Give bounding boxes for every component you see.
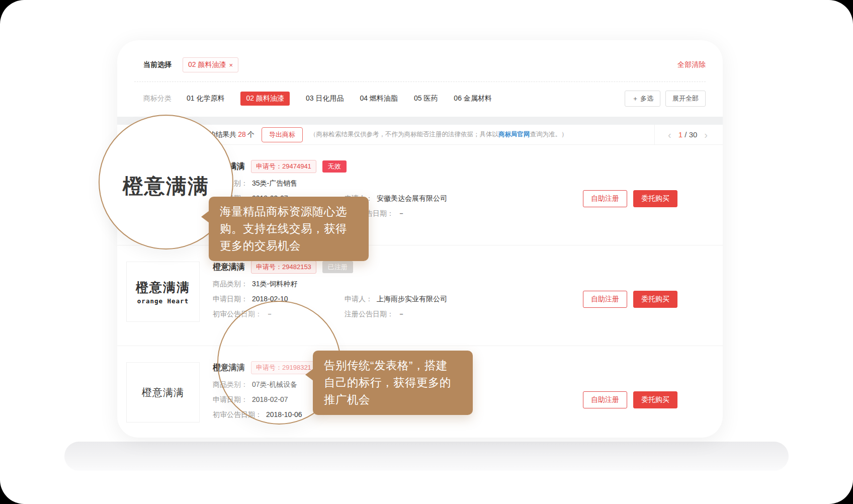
clear-all-link[interactable]: 全部清除 — [677, 60, 706, 69]
category-row: 商标分类 01 化学原料 02 颜料油漆 03 日化用品 04 燃料油脂 05 … — [134, 82, 706, 117]
page-background: 当前选择 02 颜料油漆 × 全部清除 商标分类 01 化学原料 02 颜料油漆… — [0, 0, 853, 504]
multi-select-button[interactable]: ＋ 多选 — [625, 91, 660, 107]
page-separator: / — [685, 130, 687, 139]
category-label: 商标分类 — [143, 94, 172, 103]
status-badge-registered: 已注册 — [322, 261, 353, 273]
callout-bubble-2: 告别传统“发表格”，搭建 自己的标行，获得更多的 推广机会 — [313, 351, 473, 415]
result-row-2: 橙意满满 orange Heart 橙意满满 申请号：29482153 已注册 … — [117, 245, 723, 346]
summary-count: 28 — [238, 130, 246, 138]
self-register-button[interactable]: 自助注册 — [583, 291, 627, 308]
trademark-name: 橙意满满 — [213, 262, 245, 273]
prev-page-icon[interactable]: ‹ — [668, 130, 671, 140]
summary-suffix: 个 — [247, 130, 254, 138]
note-post: 查询为准。） — [530, 131, 567, 138]
category-item-02-selected[interactable]: 02 颜料油漆 — [240, 92, 289, 106]
self-register-button[interactable]: 自助注册 — [583, 391, 627, 408]
self-register-button[interactable]: 自助注册 — [583, 190, 627, 207]
registration-publication-value: － — [398, 209, 405, 218]
category-item-04[interactable]: 04 燃料油脂 — [360, 92, 397, 106]
remove-tag-icon[interactable]: × — [229, 61, 233, 69]
trademark-image-2: 橙意满满 orange Heart — [126, 262, 200, 322]
trademark-image-subtext: orange Heart — [137, 297, 189, 305]
registration-publication-label: 注册公告日期： — [345, 310, 394, 319]
status-badge-invalid: 无效 — [322, 160, 347, 173]
current-selection-row: 当前选择 02 颜料油漆 × 全部清除 — [134, 53, 706, 82]
page-indicator: 1 / 30 — [678, 130, 698, 139]
application-number-tag: 申请号：29474941 — [251, 160, 316, 173]
registration-publication-value: － — [398, 310, 405, 319]
applicant-value: 安徽美达会展有限公司 — [377, 194, 447, 203]
entrusted-purchase-button[interactable]: 委托购买 — [633, 190, 677, 207]
entrusted-purchase-button[interactable]: 委托购买 — [633, 391, 677, 408]
selected-filter-tag-text: 02 颜料油漆 — [188, 60, 226, 69]
category-item-05[interactable]: 05 医药 — [414, 92, 438, 106]
category-item-01[interactable]: 01 化学原料 — [187, 92, 224, 106]
category-item-03[interactable]: 03 日化用品 — [306, 92, 344, 106]
selected-filter-tag[interactable]: 02 颜料油漆 × — [183, 57, 238, 72]
category-field-label: 商品类别： — [213, 280, 248, 289]
trademark-image-3: 橙意满满 — [126, 362, 200, 423]
magnified-trademark-text: 橙意满满 — [123, 173, 209, 200]
total-pages: 30 — [689, 130, 698, 139]
trademark-office-link[interactable]: 商标局官网 — [498, 131, 530, 138]
filter-panel: 当前选择 02 颜料油漆 × 全部清除 商标分类 01 化学原料 02 颜料油漆… — [117, 40, 723, 117]
entrusted-purchase-button[interactable]: 委托购买 — [633, 291, 677, 308]
category-item-06[interactable]: 06 金属材料 — [454, 92, 491, 106]
current-page: 1 — [678, 130, 683, 139]
pagination: ‹ 1 / 30 › — [654, 125, 723, 145]
category-field-value: 31类-饲料种籽 — [252, 280, 297, 289]
disclaimer-note: （商标检索结果仅供参考，不作为商标能否注册的法律依据；具体以商标局官网查询为准。… — [310, 130, 568, 139]
current-selection-label: 当前选择 — [143, 60, 172, 69]
expand-all-button[interactable]: 展开全部 — [665, 91, 706, 107]
export-trademarks-button[interactable]: 导出商标 — [262, 127, 303, 142]
trademark-image-text: 橙意满满 — [142, 386, 184, 399]
applicant-value: 上海雨步实业有限公司 — [377, 295, 447, 304]
section-divider — [117, 117, 723, 125]
note-pre: （商标检索结果仅供参考，不作为商标能否注册的法律依据；具体以 — [310, 131, 498, 138]
device-base-bar — [64, 442, 789, 471]
application-number-tag: 申请号：29482153 — [251, 261, 316, 274]
callout-bubble-1: 海量精品商标资源随心选 购。支持在线交易，获得 更多的交易机会 — [209, 197, 369, 261]
category-field-value: 35类-广告销售 — [252, 179, 297, 188]
apply-date-label: 申请日期： — [213, 295, 248, 304]
next-page-icon[interactable]: › — [704, 130, 708, 140]
trademark-image-text: 橙意满满 — [136, 279, 190, 296]
applicant-label: 申请人： — [345, 295, 373, 304]
